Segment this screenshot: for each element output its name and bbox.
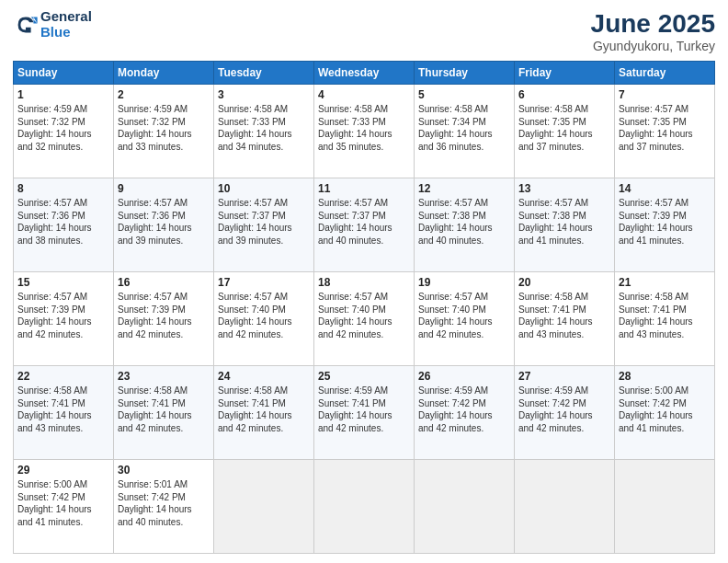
day-info-line: and 41 minutes. [17,517,83,527]
col-tuesday: Tuesday [214,62,314,85]
day-info-line: Sunset: 7:37 PM [218,211,286,221]
day-number: 21 [619,275,711,290]
day-info-line: Daylight: 14 hours [17,223,92,233]
calendar-cell: 12Sunrise: 4:57 AMSunset: 7:38 PMDayligh… [415,178,515,272]
day-info-line: Sunrise: 4:58 AM [318,104,388,114]
day-info-line: Sunrise: 4:57 AM [318,198,388,208]
calendar-cell: 19Sunrise: 4:57 AMSunset: 7:40 PMDayligh… [415,272,515,366]
day-number: 27 [518,369,610,384]
day-info-line: Sunrise: 4:57 AM [118,292,188,302]
day-number: 9 [118,181,210,196]
col-sunday: Sunday [14,62,114,85]
calendar-cell: 7Sunrise: 4:57 AMSunset: 7:35 PMDaylight… [615,85,715,178]
day-info-line: and 43 minutes. [619,329,684,339]
day-info-line: Daylight: 14 hours [17,316,92,327]
day-info-line: Daylight: 14 hours [518,410,593,420]
day-number: 23 [118,369,210,384]
calendar-cell: 15Sunrise: 4:57 AMSunset: 7:39 PMDayligh… [14,272,114,366]
day-info-line: Sunrise: 4:57 AM [518,198,588,208]
day-info-line: and 43 minutes. [518,329,584,339]
day-info-line: Daylight: 14 hours [17,504,92,514]
calendar-cell: 16Sunrise: 4:57 AMSunset: 7:39 PMDayligh… [114,272,214,366]
calendar-cell: 30Sunrise: 5:01 AMSunset: 7:42 PMDayligh… [114,460,214,554]
day-info-line: Sunrise: 4:58 AM [218,385,288,396]
day-info-line: Daylight: 14 hours [118,223,192,233]
day-info-line: and 42 minutes. [218,329,283,339]
calendar-cell: 10Sunrise: 4:57 AMSunset: 7:37 PMDayligh… [214,178,314,272]
day-info-line: Sunrise: 4:58 AM [17,385,87,396]
day-info-line: and 42 minutes. [418,329,483,339]
day-info-line: Daylight: 14 hours [318,410,392,420]
day-info-line: Daylight: 14 hours [418,223,493,233]
calendar-cell: 6Sunrise: 4:58 AMSunset: 7:35 PMDaylight… [515,85,615,178]
calendar-cell: 2Sunrise: 4:59 AMSunset: 7:32 PMDaylight… [114,85,214,178]
day-info-line: Sunrise: 4:57 AM [418,198,488,208]
day-info-line: Sunrise: 4:59 AM [318,385,388,396]
calendar-cell: 14Sunrise: 4:57 AMSunset: 7:39 PMDayligh… [615,178,715,272]
day-number: 12 [418,181,510,196]
day-info-line: Sunset: 7:41 PM [218,398,286,408]
day-info-line: and 42 minutes. [118,329,183,339]
calendar-cell: 29Sunrise: 5:00 AMSunset: 7:42 PMDayligh… [14,460,114,554]
day-info-line: Daylight: 14 hours [619,410,693,420]
col-wednesday: Wednesday [314,62,415,85]
day-info-line: Daylight: 14 hours [17,410,92,420]
calendar-cell: 28Sunrise: 5:00 AMSunset: 7:42 PMDayligh… [615,366,715,460]
day-number: 26 [418,369,510,384]
day-number: 22 [17,369,109,384]
day-info-line: Daylight: 14 hours [118,410,192,420]
day-info-line: and 38 minutes. [17,236,83,246]
day-info-line: Daylight: 14 hours [17,129,92,139]
day-info-line: Sunrise: 4:57 AM [17,198,87,208]
day-number: 4 [318,87,410,102]
calendar-cell [415,460,515,554]
day-info-line: Daylight: 14 hours [619,129,693,139]
day-info-line: Sunset: 7:33 PM [318,117,386,127]
day-info-line: Daylight: 14 hours [318,129,392,139]
day-info-line: Sunrise: 5:00 AM [17,479,87,489]
calendar-cell: 3Sunrise: 4:58 AMSunset: 7:33 PMDaylight… [214,85,314,178]
day-info-line: Sunset: 7:37 PM [318,211,386,221]
logo-text: General Blue [40,9,92,40]
day-info-line: Daylight: 14 hours [218,316,292,327]
day-info-line: and 42 minutes. [17,329,83,339]
calendar-cell: 27Sunrise: 4:59 AMSunset: 7:42 PMDayligh… [515,366,615,460]
day-info-line: Sunset: 7:38 PM [518,211,586,221]
day-info-line: Sunrise: 4:57 AM [118,198,188,208]
day-info-line: and 37 minutes. [619,142,684,152]
day-info-line: and 42 minutes. [118,423,183,433]
day-number: 25 [318,369,410,384]
day-info-line: Sunset: 7:42 PM [118,492,186,502]
day-info-line: Sunrise: 4:58 AM [418,104,488,114]
day-info-line: and 42 minutes. [418,423,483,433]
day-info-line: Sunrise: 4:57 AM [619,104,688,114]
day-info-line: Sunset: 7:42 PM [17,492,85,502]
day-info-line: Sunrise: 4:58 AM [619,292,688,302]
day-info-line: and 42 minutes. [318,423,383,433]
header: General Blue June 2025 Gyundyukoru, Turk… [13,9,715,53]
day-info-line: Daylight: 14 hours [318,223,392,233]
day-info-line: Sunset: 7:36 PM [17,211,85,221]
day-info-line: Daylight: 14 hours [418,129,493,139]
day-info-line: and 34 minutes. [218,142,283,152]
day-info-line: Sunset: 7:32 PM [17,117,85,127]
col-monday: Monday [114,62,214,85]
day-info-line: Daylight: 14 hours [218,223,292,233]
calendar-cell: 24Sunrise: 4:58 AMSunset: 7:41 PMDayligh… [214,366,314,460]
day-info-line: Sunset: 7:41 PM [17,398,85,408]
day-info-line: and 41 minutes. [619,236,684,246]
logo-general: General [40,8,92,24]
calendar-cell: 21Sunrise: 4:58 AMSunset: 7:41 PMDayligh… [615,272,715,366]
day-info-line: Sunrise: 4:57 AM [218,198,288,208]
col-friday: Friday [515,62,615,85]
day-info-line: Sunrise: 4:59 AM [418,385,488,396]
day-info-line: and 39 minutes. [218,236,283,246]
day-info-line: Sunset: 7:40 PM [318,304,386,315]
day-info-line: Sunset: 7:36 PM [118,211,186,221]
day-number: 19 [418,275,510,290]
day-info-line: Sunset: 7:34 PM [418,117,486,127]
day-info-line: Sunset: 7:39 PM [619,211,687,221]
calendar-cell: 23Sunrise: 4:58 AMSunset: 7:41 PMDayligh… [114,366,214,460]
day-info-line: Sunrise: 5:00 AM [619,385,688,396]
day-number: 28 [619,369,711,384]
